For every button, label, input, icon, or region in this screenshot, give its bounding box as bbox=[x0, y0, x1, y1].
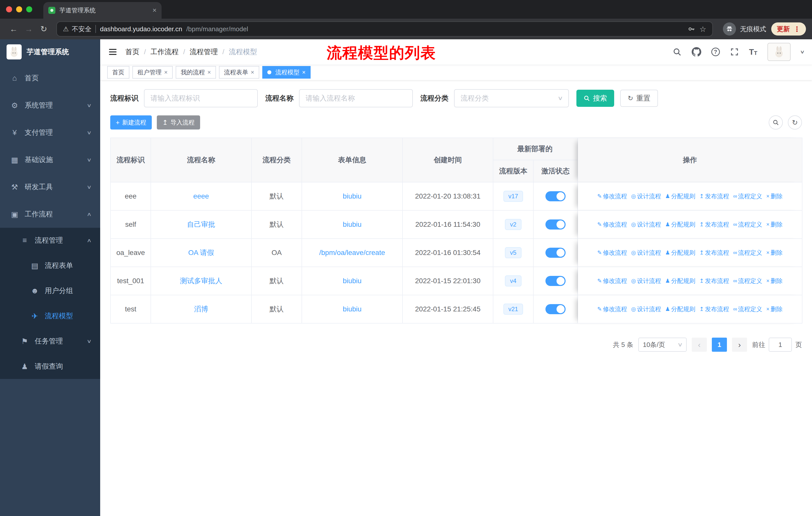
action-assign-rule[interactable]: ♟分配规则 bbox=[665, 277, 695, 285]
action-assign-rule[interactable]: ♟分配规则 bbox=[665, 249, 695, 257]
activation-toggle[interactable] bbox=[546, 191, 566, 201]
activation-toggle[interactable] bbox=[546, 248, 566, 258]
process-name-link[interactable]: 自己审批 bbox=[187, 220, 215, 228]
action-delete[interactable]: ×删除 bbox=[766, 305, 783, 313]
action-delete[interactable]: ×删除 bbox=[766, 192, 783, 200]
form-link[interactable]: biubiu bbox=[343, 305, 362, 313]
action-definition[interactable]: ∞流程定义 bbox=[733, 249, 762, 257]
action-modify[interactable]: ✎修改流程 bbox=[597, 305, 627, 313]
prev-page-button[interactable]: ‹ bbox=[692, 337, 707, 352]
action-publish[interactable]: ↥发布流程 bbox=[699, 192, 729, 200]
action-design[interactable]: ◎设计流程 bbox=[631, 220, 661, 228]
forward-icon[interactable]: → bbox=[21, 21, 36, 36]
github-icon[interactable] bbox=[692, 47, 701, 57]
tag-process-form[interactable]: 流程表单 × bbox=[219, 66, 259, 79]
close-icon[interactable]: × bbox=[302, 69, 306, 76]
action-definition[interactable]: ∞流程定义 bbox=[733, 277, 762, 285]
action-design[interactable]: ◎设计流程 bbox=[631, 305, 661, 313]
goto-page-input[interactable] bbox=[769, 337, 792, 352]
back-icon[interactable]: ← bbox=[6, 21, 21, 36]
sidebar-item-home[interactable]: ⌂ 首页 bbox=[0, 64, 100, 92]
sidebar-item-system-management[interactable]: ⚙ 系统管理 ∨ bbox=[0, 92, 100, 119]
search-icon[interactable] bbox=[672, 47, 682, 56]
browser-update-button[interactable]: 更新 ⋮ bbox=[771, 22, 806, 35]
breadcrumb-item[interactable]: 工作流程 bbox=[150, 47, 179, 57]
close-icon[interactable]: × bbox=[207, 69, 211, 76]
sidebar-collapse-icon[interactable] bbox=[100, 48, 125, 56]
action-assign-rule[interactable]: ♟分配规则 bbox=[665, 192, 695, 200]
action-delete[interactable]: ×删除 bbox=[766, 277, 783, 285]
process-name-link[interactable]: eeee bbox=[193, 192, 209, 200]
refresh-table-button[interactable]: ↻ bbox=[788, 115, 802, 130]
action-delete[interactable]: ×删除 bbox=[766, 249, 783, 257]
process-name-link[interactable]: 测试多审批人 bbox=[180, 277, 222, 285]
minimize-window-button[interactable] bbox=[16, 6, 22, 12]
page-number-current[interactable]: 1 bbox=[712, 337, 727, 352]
process-name-link[interactable]: OA 请假 bbox=[188, 249, 214, 256]
page-size-select[interactable]: 10条/页 ∨ bbox=[638, 337, 687, 352]
action-design[interactable]: ◎设计流程 bbox=[631, 192, 661, 200]
address-bar[interactable]: ⚠ 不安全 dashboard.yudao.iocoder.cn/bpm/man… bbox=[56, 21, 713, 36]
tag-home[interactable]: 首页 bbox=[107, 66, 129, 79]
form-link[interactable]: /bpm/oa/leave/create bbox=[319, 249, 385, 256]
action-modify[interactable]: ✎修改流程 bbox=[597, 277, 627, 285]
sidebar-item-process-model[interactable]: ✈ 流程模型 bbox=[0, 303, 100, 329]
process-name-input[interactable] bbox=[299, 89, 413, 107]
toggle-search-button[interactable] bbox=[769, 115, 783, 130]
action-publish[interactable]: ↥发布流程 bbox=[699, 277, 729, 285]
action-publish[interactable]: ↥发布流程 bbox=[699, 249, 729, 257]
process-key-input[interactable] bbox=[144, 89, 258, 107]
fullscreen-icon[interactable] bbox=[730, 47, 739, 56]
category-select[interactable]: 流程分类 ∨ bbox=[454, 89, 569, 107]
create-process-button[interactable]: + 新建流程 bbox=[110, 115, 152, 130]
tag-tenant-management[interactable]: 租户管理 × bbox=[133, 66, 173, 79]
tag-process-model-active[interactable]: 流程模型 × bbox=[262, 66, 311, 79]
action-modify[interactable]: ✎修改流程 bbox=[597, 249, 627, 257]
activation-toggle[interactable] bbox=[546, 276, 566, 286]
avatar[interactable] bbox=[767, 43, 791, 61]
action-design[interactable]: ◎设计流程 bbox=[631, 277, 661, 285]
sidebar-item-dev-tools[interactable]: ⚒ 研发工具 ∨ bbox=[0, 173, 100, 200]
sidebar-item-workflow[interactable]: ▣ 工作流程 ∧ bbox=[0, 200, 100, 228]
tab-close-icon[interactable]: × bbox=[152, 6, 156, 15]
activation-toggle[interactable] bbox=[546, 304, 566, 314]
action-modify[interactable]: ✎修改流程 bbox=[597, 192, 627, 200]
sidebar-item-process-form[interactable]: ▤ 流程表单 bbox=[0, 253, 100, 278]
breadcrumb-item[interactable]: 流程管理 bbox=[190, 47, 218, 57]
action-modify[interactable]: ✎修改流程 bbox=[597, 220, 627, 228]
maximize-window-button[interactable] bbox=[26, 6, 32, 12]
search-button[interactable]: 搜索 bbox=[576, 90, 614, 107]
sidebar-item-task-management[interactable]: ⚑ 任务管理 ∨ bbox=[0, 329, 100, 354]
action-assign-rule[interactable]: ♟分配规则 bbox=[665, 305, 695, 313]
action-publish[interactable]: ↥发布流程 bbox=[699, 220, 729, 228]
reload-icon[interactable]: ↻ bbox=[36, 21, 51, 36]
bookmark-star-icon[interactable]: ☆ bbox=[699, 25, 706, 33]
action-definition[interactable]: ∞流程定义 bbox=[733, 220, 762, 228]
action-publish[interactable]: ↥发布流程 bbox=[699, 305, 729, 313]
key-icon[interactable] bbox=[688, 25, 695, 33]
close-icon[interactable]: × bbox=[251, 69, 254, 76]
font-size-icon[interactable]: TT bbox=[749, 48, 757, 56]
breadcrumb-item[interactable]: 首页 bbox=[125, 47, 140, 57]
process-name-link[interactable]: 滔博 bbox=[194, 305, 208, 313]
action-definition[interactable]: ∞流程定义 bbox=[733, 192, 762, 200]
form-link[interactable]: biubiu bbox=[343, 277, 362, 285]
next-page-button[interactable]: › bbox=[732, 337, 747, 352]
action-delete[interactable]: ×删除 bbox=[766, 220, 783, 228]
sidebar-item-leave-query[interactable]: ♟ 请假查询 bbox=[0, 354, 100, 379]
form-link[interactable]: biubiu bbox=[343, 192, 362, 200]
action-definition[interactable]: ∞流程定义 bbox=[733, 305, 762, 313]
close-icon[interactable]: × bbox=[164, 69, 168, 76]
menu-dots-icon[interactable]: ⋮ bbox=[793, 25, 801, 33]
reset-button[interactable]: ↻ 重置 bbox=[620, 90, 658, 107]
sidebar-item-process-management[interactable]: ≡ 流程管理 ∧ bbox=[0, 228, 100, 253]
action-assign-rule[interactable]: ♟分配规则 bbox=[665, 220, 695, 228]
sidebar-item-infrastructure[interactable]: ▦ 基础设施 ∨ bbox=[0, 146, 100, 173]
action-design[interactable]: ◎设计流程 bbox=[631, 249, 661, 257]
browser-tab[interactable]: 芋道管理系统 × bbox=[43, 2, 162, 19]
form-link[interactable]: biubiu bbox=[343, 220, 362, 228]
close-window-button[interactable] bbox=[6, 6, 12, 12]
import-process-button[interactable]: ↥ 导入流程 bbox=[157, 115, 200, 130]
sidebar-item-user-group[interactable]: ☻ 用户分组 bbox=[0, 278, 100, 303]
security-chip[interactable]: ⚠ 不安全 bbox=[63, 25, 91, 33]
